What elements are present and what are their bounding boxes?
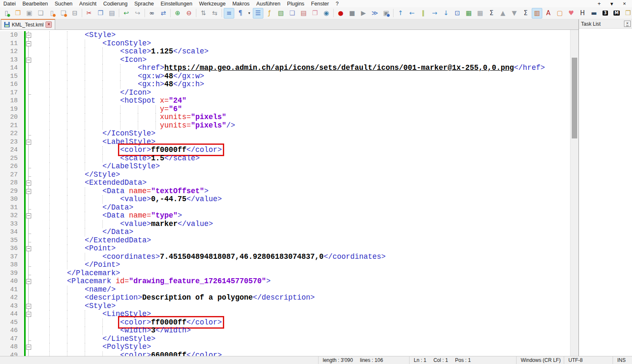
macro-run-multiple-button[interactable]: ≫ <box>370 8 380 19</box>
fold-toggle-icon[interactable] <box>26 213 31 218</box>
save-all-button[interactable]: ❏ <box>35 8 46 19</box>
code-line-text[interactable]: <color>ff0000ff</color> <box>32 319 570 327</box>
nav-next-button[interactable]: → <box>429 8 440 19</box>
fold-toggle-icon[interactable] <box>26 304 31 309</box>
fold-toggle-icon[interactable] <box>26 189 31 194</box>
word-wrap-button[interactable]: ≡ <box>224 8 234 19</box>
fold-toggle-icon[interactable] <box>26 279 31 284</box>
menu-item-datei[interactable]: Datei <box>0 0 19 7</box>
fold-toggle-icon[interactable] <box>26 41 31 46</box>
folder-as-workspace-button[interactable]: ❐ <box>310 8 320 19</box>
macro-save-button[interactable]: ▣ <box>381 8 391 19</box>
fold-up-button[interactable]: ▲ <box>498 8 508 19</box>
document-list-button[interactable]: ❏ <box>287 8 297 19</box>
code-line-text[interactable]: <color>660000ff</color> <box>32 351 570 356</box>
show-all-characters-button[interactable]: ¶ <box>235 8 246 19</box>
code-line-text[interactable]: </Data> <box>32 204 570 212</box>
nav-previous-button[interactable]: ← <box>407 8 417 19</box>
open-folder-button[interactable]: ❐ <box>13 8 23 19</box>
show-symbol-dropdown-button[interactable]: ▾ <box>246 8 252 19</box>
code-line-text[interactable]: </LineStyle> <box>32 335 570 343</box>
code-line-text[interactable]: <description>Description of a polygone</… <box>32 294 570 302</box>
code-line-text[interactable]: <name/> <box>32 286 570 294</box>
code-line-text[interactable]: <Icon> <box>32 56 570 64</box>
code-line-text[interactable]: <coordinates>7.451504894818087,46.928061… <box>32 253 570 261</box>
console-button[interactable]: ▬ <box>589 8 599 19</box>
menu-item-sprache[interactable]: Sprache <box>131 0 158 7</box>
menu-item-einstellungen[interactable]: Einstellungen <box>157 0 195 7</box>
code-line-text[interactable]: <hotSpot x="24" <box>32 97 570 105</box>
close-tab-icon[interactable]: × <box>621 0 628 7</box>
menu-item-ausfhren[interactable]: Ausführen <box>253 0 284 7</box>
menu-item-suchen[interactable]: Suchen <box>51 0 76 7</box>
code-line-text[interactable]: <width>3</width> <box>32 327 570 335</box>
code-line-text[interactable]: xunits="pixels" <box>32 113 570 122</box>
print-button[interactable]: ⊟ <box>70 8 80 19</box>
undo-button[interactable]: ↩ <box>121 8 131 19</box>
zoom-in-button[interactable]: ⊕ <box>172 8 183 19</box>
fold-toggle-icon[interactable] <box>26 33 31 38</box>
table-view-colored-button[interactable]: ▦ <box>463 8 474 19</box>
code-line-text[interactable]: <value>0,-44.75</value> <box>32 195 570 204</box>
code-line-text[interactable]: </Point> <box>32 261 570 269</box>
code-line-text[interactable]: </Placemark> <box>32 269 570 278</box>
code-line-text[interactable]: <Placemark id="drawing_feature_172614577… <box>32 277 570 286</box>
code-line-text[interactable]: </ExtendedData> <box>32 236 570 245</box>
file-monitoring-button[interactable]: ◉ <box>321 8 332 19</box>
spell-check-button[interactable]: A <box>543 8 554 19</box>
menu-item-codierung[interactable]: Codierung <box>100 0 131 7</box>
tab-list-dropdown-icon[interactable]: ▼ <box>608 1 615 6</box>
multi-select-button[interactable]: ▢ <box>554 8 565 19</box>
close-document-button[interactable]: ▯ <box>47 8 57 19</box>
zoom-out-button[interactable]: ⊖ <box>184 8 194 19</box>
code-line-text[interactable]: <Data name="textOffset"> <box>32 187 570 196</box>
table-view-plain-button[interactable]: ▦ <box>475 8 485 19</box>
menu-item-plugins[interactable]: Plugins <box>284 0 308 7</box>
code-line-text[interactable]: <LabelStyle> <box>32 138 570 146</box>
fold-toggle-icon[interactable] <box>26 181 31 186</box>
nav-first-button[interactable]: ↑ <box>395 8 406 19</box>
menu-item-werkzeuge[interactable]: Werkzeuge <box>195 0 229 7</box>
copy-button[interactable]: ❐ <box>95 8 106 19</box>
code-line-text[interactable]: <Point> <box>32 244 570 253</box>
code-line-text[interactable]: <scale>1.5</scale> <box>32 154 570 163</box>
function-list-button[interactable]: ƒ <box>264 8 275 19</box>
scrollbar-thumb[interactable] <box>572 58 577 138</box>
replace-button[interactable]: ⇄ <box>158 8 169 19</box>
code-line-text[interactable]: </Data> <box>32 228 570 236</box>
fold-toggle-icon[interactable] <box>26 246 31 251</box>
paste-button[interactable]: ▤ <box>107 8 117 19</box>
code-line-text[interactable]: <IconStyle> <box>32 40 570 48</box>
fold-toggle-icon[interactable] <box>26 345 31 350</box>
plugin-mime-tools-button[interactable]: M <box>611 8 622 19</box>
menu-item-[interactable]: ? <box>332 0 342 7</box>
code-line-text[interactable]: <href>https://map.geo.admin.ch/api/icons… <box>32 64 570 72</box>
menu-item-makros[interactable]: Makros <box>229 0 253 7</box>
plugin-3-button[interactable]: 3 <box>600 8 611 19</box>
html-preview-button[interactable]: H <box>577 8 588 19</box>
close-all-documents-button[interactable]: ❏ <box>58 8 69 19</box>
menu-item-fenster[interactable]: Fenster <box>308 0 332 7</box>
status-encoding[interactable]: UTF-8 <box>564 356 613 364</box>
indent-guide-button[interactable]: ☰ <box>253 8 263 19</box>
code-line-text[interactable]: y="6" <box>32 105 570 114</box>
explorer-button[interactable]: ❐ <box>623 8 632 19</box>
code-line-text[interactable]: yunits="pixels"/> <box>32 122 570 130</box>
vertical-scrollbar[interactable] <box>570 30 578 356</box>
code-line-text[interactable]: <Style> <box>32 302 570 311</box>
document-map-button[interactable]: ▧ <box>276 8 286 19</box>
menu-item-ansicht[interactable]: Ansicht <box>76 0 100 7</box>
tab-kml-test[interactable]: KML_Test.kml × <box>1 19 55 29</box>
macro-play-button[interactable]: ▶ <box>358 8 369 19</box>
code-line-text[interactable]: <Data name="type"> <box>32 212 570 220</box>
redo-button[interactable]: ↪ <box>132 8 143 19</box>
menu-item-bearbeiten[interactable]: Bearbeiten <box>19 0 51 7</box>
nav-last-button[interactable]: ↓ <box>441 8 451 19</box>
sync-vertical-scrolling-button[interactable]: ⇅ <box>198 8 209 19</box>
uncollapse-all-button[interactable]: Σ <box>520 8 531 19</box>
fold-toggle-icon[interactable] <box>26 140 31 145</box>
new-tab-icon[interactable]: + <box>596 0 603 7</box>
collapse-all-button[interactable]: Σ <box>486 8 497 19</box>
code-line-text[interactable]: <ExtendedData> <box>32 179 570 187</box>
fold-toggle-icon[interactable] <box>26 312 31 317</box>
